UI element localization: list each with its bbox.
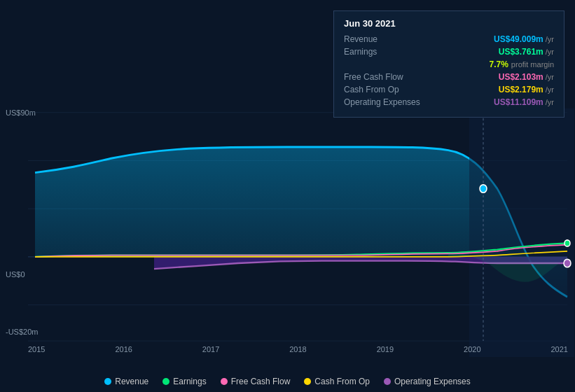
legend-label-opex: Operating Expenses xyxy=(394,377,471,386)
tooltip-cfop-value: US$2.179m/yr xyxy=(499,85,554,94)
x-axis: 2015 2016 2017 2018 2019 2020 2021 xyxy=(28,345,568,354)
x-label-2019: 2019 xyxy=(377,345,394,354)
legend-label-earnings: Earnings xyxy=(173,377,206,386)
legend-label-cfop: Cash From Op xyxy=(314,377,370,386)
svg-rect-6 xyxy=(469,108,574,357)
tooltip-opex-label: Operating Expenses xyxy=(344,97,420,107)
legend-item-revenue[interactable]: Revenue xyxy=(104,377,148,386)
tooltip-revenue-row: Revenue US$49.009m/yr xyxy=(344,34,554,44)
tooltip-fcf-row: Free Cash Flow US$2.103m/yr xyxy=(344,72,554,82)
data-tooltip: Jun 30 2021 Revenue US$49.009m/yr Earnin… xyxy=(333,10,564,118)
x-label-2020: 2020 xyxy=(464,345,480,354)
legend-dot-revenue xyxy=(104,378,111,385)
legend-label-fcf: Free Cash Flow xyxy=(231,377,291,386)
tooltip-opex-row: Operating Expenses US$11.109m/yr xyxy=(344,97,554,107)
svg-point-9 xyxy=(564,259,571,267)
legend-dot-cfop xyxy=(304,378,311,385)
chart-svg xyxy=(0,108,575,357)
tooltip-margin-row: 7.7%profit margin xyxy=(344,59,554,69)
legend-label-revenue: Revenue xyxy=(115,377,148,386)
tooltip-date: Jun 30 2021 xyxy=(344,18,554,29)
svg-point-10 xyxy=(564,240,570,246)
svg-point-8 xyxy=(480,185,487,192)
x-label-2016: 2016 xyxy=(115,345,132,354)
chart-legend: Revenue Earnings Free Cash Flow Cash Fro… xyxy=(0,377,575,386)
x-label-2021: 2021 xyxy=(550,345,567,354)
legend-item-earnings[interactable]: Earnings xyxy=(162,377,206,386)
tooltip-opex-value: US$11.109m/yr xyxy=(494,97,554,107)
legend-item-fcf[interactable]: Free Cash Flow xyxy=(221,377,291,386)
legend-dot-opex xyxy=(384,378,391,385)
tooltip-earnings-row: Earnings US$3.761m/yr xyxy=(344,47,554,57)
tooltip-revenue-value: US$49.009m/yr xyxy=(494,34,554,44)
tooltip-earnings-value: US$3.761m/yr xyxy=(499,47,554,57)
legend-item-opex[interactable]: Operating Expenses xyxy=(384,377,471,386)
legend-dot-fcf xyxy=(221,378,228,385)
tooltip-cfop-row: Cash From Op US$2.179m/yr xyxy=(344,85,554,94)
legend-item-cfop[interactable]: Cash From Op xyxy=(304,377,370,386)
tooltip-revenue-label: Revenue xyxy=(344,34,377,44)
tooltip-margin-value: 7.7%profit margin xyxy=(490,59,555,69)
tooltip-earnings-label: Earnings xyxy=(344,47,377,57)
tooltip-fcf-label: Free Cash Flow xyxy=(344,72,403,82)
x-label-2017: 2017 xyxy=(202,345,219,354)
tooltip-fcf-value: US$2.103m/yr xyxy=(499,72,554,82)
legend-dot-earnings xyxy=(162,378,169,385)
x-label-2018: 2018 xyxy=(289,345,306,354)
x-label-2015: 2015 xyxy=(28,345,45,354)
chart-area: US$90m US$0 -US$20m xyxy=(0,108,575,357)
tooltip-cfop-label: Cash From Op xyxy=(344,85,399,94)
